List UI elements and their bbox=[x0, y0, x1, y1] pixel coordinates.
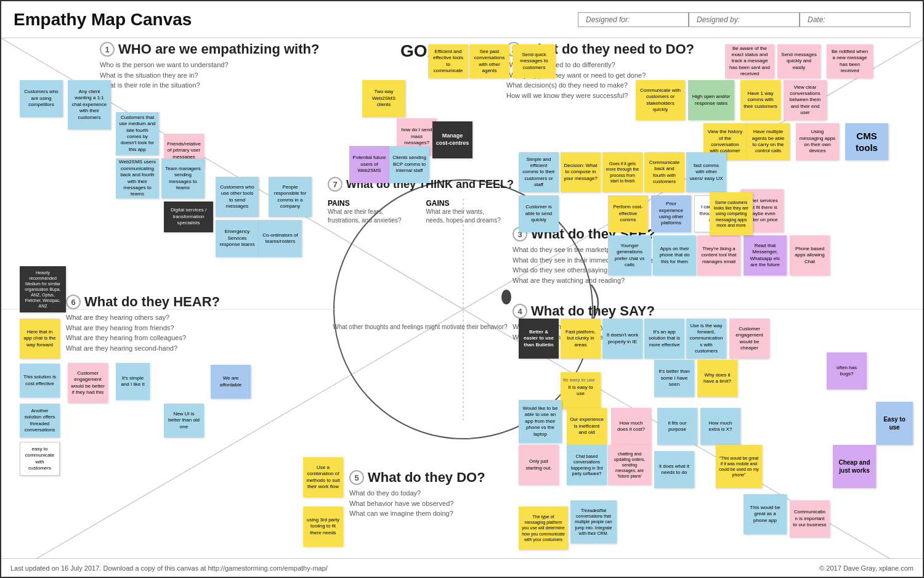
sticky-threaded: Threaded/flat conversations that multipl… bbox=[570, 500, 617, 543]
sticky-new-ui: New UI is better than old one bbox=[164, 404, 204, 438]
main-area: 1 WHO are we empathizing with? Who is th… bbox=[1, 38, 923, 558]
sticky-prior-experience: Prior experience using other platforms bbox=[651, 195, 691, 232]
sticky-this-would-mobile: "This would be great if it was mobile an… bbox=[716, 445, 762, 488]
sticky-team-managers: Team managers sending messages to teams bbox=[161, 158, 205, 198]
sticky-affordable: We are affordable bbox=[211, 365, 251, 399]
section-think-feel: 7 What do they THINK and FEEL? PAINS Wha… bbox=[328, 177, 514, 330]
sticky-how-much-extra: How much extra is X? bbox=[700, 408, 740, 445]
sticky-cost-effective-comms: Perform cost-effective comms bbox=[608, 195, 648, 232]
sticky-platform-type: The type of messaging platform you use w… bbox=[519, 507, 568, 550]
sticky-two-way-web2sms: Two way Web2SMS clients bbox=[362, 80, 405, 117]
sticky-comms-important: Communication is important to our busine… bbox=[790, 500, 830, 537]
sticky-fast-clunky: Fast platform, but clunky in areas bbox=[561, 319, 601, 359]
sticky-cms-tools: CMS tools bbox=[845, 123, 888, 160]
section-do2: 5 What do they DO? What do they do today… bbox=[349, 470, 485, 519]
date-field[interactable]: Date: bbox=[800, 12, 910, 27]
footer-left: Last updated on 16 July 2017. Download a… bbox=[10, 564, 328, 572]
sticky-younger-gen: Younger generations prefer chat vs calls bbox=[608, 235, 651, 275]
sticky-heavily-recommended: Heavily recommended Medium for similar o… bbox=[20, 266, 66, 312]
sticky-how-much-cost: How much does it cost? bbox=[611, 408, 651, 445]
sticky-cost-effective: This solution is cost effective bbox=[20, 364, 60, 397]
footer: Last updated on 16 July 2017. Download a… bbox=[1, 558, 923, 577]
sticky-some-customers: Some customers looks like they are using… bbox=[710, 192, 753, 235]
sticky-easy-communicate: easy to communicate with customers bbox=[20, 442, 60, 476]
sticky-threaded-convos: Another solution offers threaded convers… bbox=[20, 404, 60, 438]
sticky-communicate-customers: Communicate with customers or stakeholde… bbox=[636, 80, 685, 120]
sticky-better-some: It's better than some I have seen bbox=[654, 360, 694, 397]
sticky-simple-like: It's simple and I like it bbox=[116, 363, 150, 400]
empathy-map-canvas: Empathy Map Canvas Designed for: Designe… bbox=[0, 0, 924, 578]
sticky-manage-cost: Manage cost-centres bbox=[432, 121, 472, 158]
sticky-apps-phone: Apps on their phone that do this for the… bbox=[653, 235, 696, 275]
sticky-high-open: High open and/or response rates bbox=[688, 80, 734, 120]
sticky-process: Goes if it gets more through the process… bbox=[602, 152, 642, 192]
sticky-cheap-works: Cheap and just works bbox=[833, 445, 876, 488]
sticky-liking-content: They're liking a content tool that manag… bbox=[697, 235, 740, 275]
sticky-would-like-app: Would like to be able to use an app from… bbox=[519, 400, 562, 443]
sticky-easy-to-use: Easy to use bbox=[876, 402, 913, 445]
sticky-1way-comms: Have 1 way comms with their customers bbox=[740, 80, 780, 120]
header: Empathy Map Canvas Designed for: Designe… bbox=[1, 1, 923, 38]
sticky-clear-convos: View clear conversations between them an… bbox=[784, 80, 827, 120]
sticky-potential-future: Potential future users of Web2SMS bbox=[349, 146, 389, 183]
designed-for-field[interactable]: Designed for: bbox=[578, 12, 689, 27]
sticky-multiple-agents: Have multiple agents be able to carry on… bbox=[747, 123, 790, 160]
sticky-future-plans: chatting and updating orders, sending me… bbox=[608, 445, 651, 485]
sticky-any-client: Any client wanting a 1:1 chat experience… bbox=[68, 80, 111, 129]
sticky-engagement-better: Customer engagement would be better if t… bbox=[68, 363, 108, 403]
sticky-past-convos: See past conversations with other agents bbox=[469, 44, 509, 78]
sticky-customers-medium: Customers that use medium and late fourt… bbox=[116, 112, 159, 155]
sticky-3rd-party-tooling: using 3rd party tooling to fit there nee… bbox=[303, 507, 343, 547]
sticky-digital-services: Digital services / transformation specia… bbox=[164, 201, 213, 232]
sticky-communicate-back: Communicate back and fourth with custome… bbox=[644, 152, 684, 192]
sticky-does-what-needs: it does what it needs to do bbox=[654, 451, 694, 488]
sticky-combination-methods: Use a combination of methods to suit the… bbox=[303, 457, 343, 497]
sticky-customer-send: Customer is able to send quickly bbox=[519, 195, 559, 232]
sticky-use-way-forward: Use is the way forward, communications w… bbox=[686, 319, 726, 359]
sticky-clients-bcp: Clients sending BCP comms to internal st… bbox=[389, 146, 429, 183]
sticky-engagement-cheaper: Customer engagement would be cheaper bbox=[729, 319, 769, 359]
sticky-customers-tools: Customers who use other tools to send me… bbox=[216, 177, 259, 217]
sticky-notified: Be notified when a new message has been … bbox=[827, 44, 873, 78]
sticky-inefficient: Our experience is inefficient and old bbox=[567, 408, 607, 445]
sticky-send-quickly-easily: Send messages quickly and easily bbox=[777, 44, 821, 78]
sticky-app-solution: It's an app solution that is more effect… bbox=[644, 319, 684, 359]
sticky-fast-comms: fast comms with other users/ easy UX bbox=[686, 152, 726, 192]
it-easy-label: Its easy to use bbox=[563, 377, 595, 383]
sticky-often-bugs: often has bugs? bbox=[827, 352, 867, 389]
sticky-aware-status: Be aware of the exact status and track a… bbox=[725, 44, 774, 78]
sticky-people-comms: People responsible for comms in a compan… bbox=[269, 177, 312, 217]
sticky-decision-compose: Decision: What to compose in your messag… bbox=[561, 152, 601, 192]
footer-right: © 2017 Dave Gray, xplane.com bbox=[819, 564, 914, 572]
sticky-send-quick: Send quick messages to customers bbox=[513, 44, 556, 78]
sticky-web2sms-users: Web2SMS users communicating back and fou… bbox=[116, 158, 159, 198]
designed-by-field[interactable]: Designed by: bbox=[689, 12, 800, 27]
sticky-read-messenger: Read that Messenger, Whatsapp etc are th… bbox=[744, 235, 787, 275]
sticky-app-chat-forward: Here that in app chat is the way forward bbox=[20, 319, 60, 359]
sticky-better-bulletin: Better & easier to use than Bulletin bbox=[519, 319, 559, 359]
sticky-customers-competitors: Customers who are using competitors bbox=[20, 80, 63, 117]
canvas-title: Empathy Map Canvas bbox=[14, 10, 192, 30]
sticky-great-phone-app: This would be great as a phone app bbox=[744, 494, 787, 534]
sticky-phone-based: Phone based apps allowing Chat bbox=[790, 235, 830, 275]
sticky-only-just: Only just starting out. bbox=[519, 445, 559, 485]
sticky-emergency-services: Emergency Services response teams bbox=[216, 220, 259, 257]
sticky-why-limit: Why does it have a limit? bbox=[697, 360, 737, 397]
header-fields: Designed for: Designed by: Date: bbox=[578, 12, 910, 27]
sticky-chat-3rd-party: Chat based conversations happening in 3r… bbox=[567, 445, 607, 485]
sticky-efficient-tools: Efficient and effective tools to communi… bbox=[428, 44, 468, 78]
sticky-messaging-apps: Using messaging apps on their own device… bbox=[796, 123, 839, 160]
sticky-simple-efficient: Simple and efficient comms to their cust… bbox=[519, 152, 559, 192]
sticky-coordinators: Co-ordinators of teams/rosters bbox=[259, 220, 302, 257]
section-who: 1 WHO are we empathizing with? Who is th… bbox=[100, 41, 319, 91]
sticky-ie-issue: It doesn't work properly in IE bbox=[602, 319, 642, 359]
section-hear: 6 What do they HEAR? What are they heari… bbox=[66, 294, 220, 353]
sticky-fits-purpose: it fits our purpose bbox=[657, 408, 697, 445]
